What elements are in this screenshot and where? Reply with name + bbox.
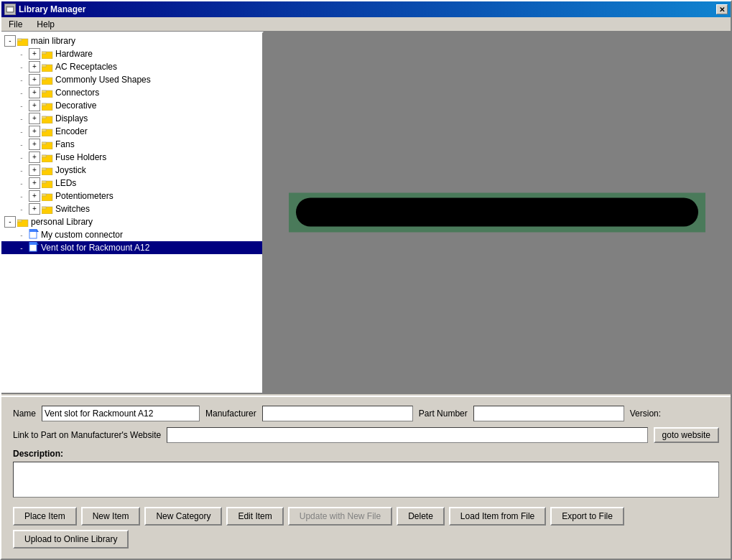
goto-website-button[interactable]: goto website <box>654 427 719 443</box>
tree-encoder[interactable]: - + Encoder <box>1 125 262 138</box>
expander-encoder[interactable]: + <box>29 126 40 137</box>
form-row-1: Name Manufacturer Part Number Version: <box>13 406 719 421</box>
expander-main-library[interactable]: - <box>4 35 16 47</box>
expander-switches[interactable]: + <box>29 203 40 215</box>
expander-connectors[interactable]: + <box>29 87 40 98</box>
expander-potentiometers[interactable]: + <box>29 190 40 202</box>
displays-label: Displays <box>55 113 88 123</box>
new-item-button[interactable]: New Item <box>81 507 141 526</box>
expander-fuse[interactable]: + <box>29 151 40 163</box>
svg-rect-15 <box>42 116 46 118</box>
tree-decorative[interactable]: - + Decorative <box>1 99 262 112</box>
tree-fuse-holders[interactable]: - + Fuse Holders <box>1 151 262 164</box>
svg-rect-33 <box>29 229 37 232</box>
folder-icon-encoder <box>42 127 53 136</box>
connector-encoder: - <box>16 128 27 136</box>
connector-fans: - <box>16 141 27 149</box>
name-label: Name <box>13 409 36 419</box>
file-icon-vent-slot <box>29 242 39 253</box>
svg-marker-37 <box>37 242 39 245</box>
app-icon <box>4 4 16 15</box>
expander-decorative[interactable]: + <box>29 100 40 111</box>
folder-icon-personal-library <box>17 218 29 227</box>
new-category-button[interactable]: New Category <box>144 507 222 526</box>
manufacturer-input[interactable] <box>262 406 413 421</box>
tree-main-library[interactable]: - main library <box>1 34 262 47</box>
edit-item-button[interactable]: Edit Item <box>226 507 283 526</box>
tree-connectors[interactable]: - + Connectors <box>1 86 262 99</box>
connector-joystick: - <box>16 167 27 174</box>
main-content: - main library - + Hardware - + <box>1 32 731 393</box>
commonly-used-shapes-label: Commonly Used Shapes <box>55 75 151 85</box>
svg-rect-19 <box>42 142 46 144</box>
switches-label: Switches <box>55 204 90 214</box>
expander-personal-library[interactable]: - <box>4 216 16 228</box>
tree-vent-slot[interactable]: - Vent slot for Rackmount A12 <box>1 241 262 254</box>
svg-rect-36 <box>29 242 37 245</box>
tree-switches[interactable]: - + Switches <box>1 202 262 215</box>
tree-potentiometers[interactable]: - + Potentiometers <box>1 190 262 202</box>
tree-commonly-used-shapes[interactable]: - + Commonly Used Shapes <box>1 73 262 86</box>
folder-icon-main-library <box>17 37 29 46</box>
window-title: Library Manager <box>19 4 85 14</box>
upload-to-online-library-button[interactable]: Upload to Online Library <box>13 530 129 549</box>
svg-rect-27 <box>42 194 46 196</box>
svg-rect-29 <box>42 207 46 209</box>
svg-rect-17 <box>42 129 46 131</box>
leds-label: LEDs <box>55 178 76 188</box>
expander-displays[interactable]: + <box>29 113 40 124</box>
tree-leds[interactable]: - + LEDs <box>1 177 262 190</box>
expander-leds[interactable]: + <box>29 177 40 189</box>
svg-rect-1 <box>7 8 13 11</box>
tree-personal-library[interactable]: - personal Library <box>1 215 262 228</box>
name-input[interactable] <box>42 406 200 421</box>
connector-decorative: - <box>16 102 27 110</box>
folder-icon-fuse <box>42 153 53 162</box>
expander-commonly[interactable]: + <box>29 74 40 85</box>
tree-hardware[interactable]: - + Hardware <box>1 47 262 60</box>
expander-fans[interactable]: + <box>29 139 40 150</box>
close-button[interactable]: ✕ <box>716 4 728 14</box>
folder-icon-fans <box>42 140 53 149</box>
svg-marker-34 <box>37 229 39 232</box>
buttons-row-2: Upload to Online Library <box>13 530 719 549</box>
my-custom-connector-label: My custom connector <box>41 230 123 240</box>
folder-icon-displays <box>42 114 53 123</box>
export-to-file-button[interactable]: Export to File <box>550 507 624 526</box>
connector-displays: - <box>16 115 27 123</box>
load-item-from-file-button[interactable]: Load Item from File <box>449 507 546 526</box>
tree-joystick[interactable]: - + Joystick <box>1 164 262 177</box>
main-window: Library Manager ✕ File Help - main libra… <box>0 0 732 560</box>
folder-icon-decorative <box>42 101 53 111</box>
connector-leds: - <box>16 179 27 187</box>
tree-ac-receptacles[interactable]: - + AC Receptacles <box>1 60 262 73</box>
part-number-input[interactable] <box>473 406 624 421</box>
description-textarea[interactable] <box>13 462 719 498</box>
link-label: Link to Part on Manufacturer's Website <box>13 430 161 440</box>
svg-rect-3 <box>17 39 22 41</box>
svg-rect-5 <box>42 52 46 54</box>
expander-hardware[interactable]: + <box>29 48 40 60</box>
decorative-label: Decorative <box>55 101 96 111</box>
menu-file[interactable]: File <box>4 18 27 31</box>
vent-slot-shape <box>296 198 698 227</box>
fans-label: Fans <box>55 139 75 149</box>
expander-ac[interactable]: + <box>29 61 40 73</box>
delete-button[interactable]: Delete <box>397 507 445 526</box>
manufacturer-label: Manufacturer <box>205 409 256 419</box>
place-item-button[interactable]: Place Item <box>13 507 77 526</box>
bottom-panel: Name Manufacturer Part Number Version: L… <box>1 397 731 559</box>
connector-hardware: - <box>16 50 27 58</box>
tree-displays[interactable]: - + Displays <box>1 112 262 125</box>
expander-joystick[interactable]: + <box>29 164 40 176</box>
fuse-holders-label: Fuse Holders <box>55 152 106 162</box>
joystick-label: Joystick <box>55 165 86 175</box>
hardware-label: Hardware <box>55 49 93 59</box>
link-input[interactable] <box>167 427 647 443</box>
tree-my-custom-connector[interactable]: - My custom connector <box>1 228 262 241</box>
svg-rect-13 <box>42 103 46 106</box>
menu-help[interactable]: Help <box>32 18 59 31</box>
menu-bar: File Help <box>1 17 731 32</box>
tree-fans[interactable]: - + Fans <box>1 138 262 151</box>
update-with-new-file-button[interactable]: Update with New File <box>288 507 392 526</box>
